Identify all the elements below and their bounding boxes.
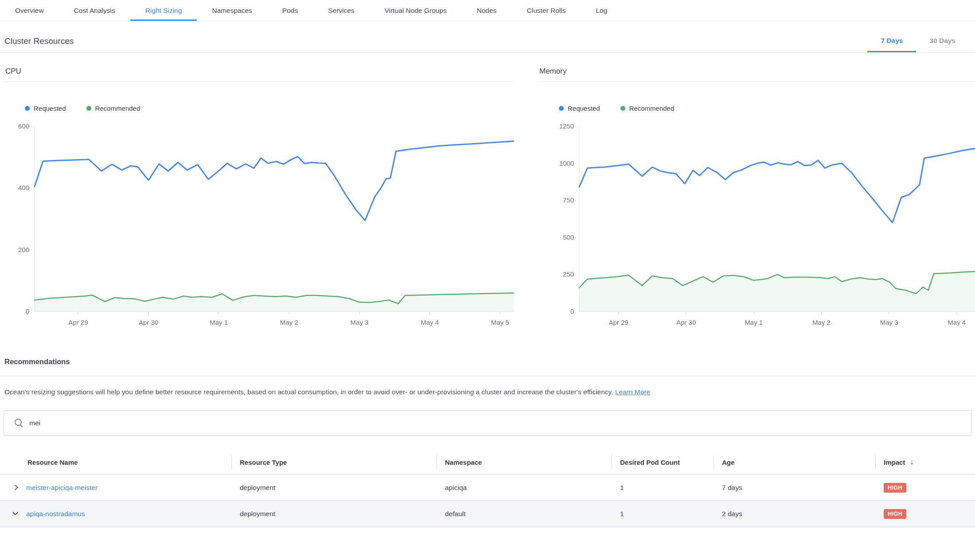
legend-item[interactable]: Requested	[559, 105, 600, 112]
nav-tab[interactable]: Virtual Node Groups	[370, 0, 462, 21]
svg-text:600: 600	[18, 122, 29, 130]
recommendations-description: Ocean's resizing suggestions will help y…	[4, 388, 971, 397]
nav-tab-label: Virtual Node Groups	[385, 7, 447, 14]
search-input[interactable]	[29, 419, 971, 427]
svg-text:May 1: May 1	[745, 319, 763, 326]
svg-text:200: 200	[18, 246, 29, 253]
column-header-resource-name[interactable]: Resource Name	[0, 451, 231, 474]
cluster-resources-header: Cluster Resources 7 Days 30 Days	[4, 36, 969, 52]
desired-pod-count-cell: 1	[612, 484, 714, 492]
cpu-line-chart[interactable]: 0200400600Apr 29Apr 30May 1May 2May 3May…	[4, 122, 514, 332]
nav-tab-label: Nodes	[477, 7, 497, 14]
time-range-option[interactable]: 30 Days	[916, 37, 969, 52]
svg-text:400: 400	[18, 184, 29, 191]
time-range-toggle: 7 Days 30 Days	[867, 37, 969, 52]
nav-tab-label: Log	[596, 7, 607, 14]
legend-dot-icon	[559, 106, 564, 111]
svg-text:Apr 30: Apr 30	[676, 319, 696, 326]
expand-chevron-icon[interactable]	[12, 510, 18, 516]
resource-type-cell: deployment	[231, 484, 437, 492]
nav-tab[interactable]: Overview	[0, 0, 59, 21]
desired-pod-count-cell: 1	[612, 510, 714, 518]
impact-cell: HIGH	[875, 509, 975, 519]
learn-more-link[interactable]: Learn More	[615, 388, 650, 396]
namespace-cell: apiciqa	[437, 484, 612, 492]
age-cell: 2 days	[714, 510, 875, 518]
nav-tab[interactable]: Pods	[267, 0, 313, 21]
legend-label: Recommended	[629, 105, 675, 112]
column-header-age[interactable]: Age	[714, 451, 875, 474]
column-header-resource-type[interactable]: Resource Type	[231, 451, 437, 474]
tab-bar: Overview Cost Analysis Right Sizing Name…	[0, 0, 975, 21]
nav-tab[interactable]: Cluster Rolls	[512, 0, 581, 21]
resource-name-cell: apiqa-nostradamus	[0, 510, 231, 518]
svg-text:May 3: May 3	[880, 319, 898, 326]
legend-item[interactable]: Requested	[25, 105, 66, 112]
nav-tab-label: Cost Analysis	[74, 7, 115, 14]
recommendations-table: Resource Name Resource Type Namespace De…	[0, 451, 975, 528]
svg-text:500: 500	[563, 233, 574, 241]
legend-item[interactable]: Recommended	[620, 105, 675, 112]
time-range-label: 7 Days	[881, 37, 903, 44]
time-range-label: 30 Days	[929, 37, 956, 44]
impact-badge: HIGH	[884, 509, 906, 519]
nav-tab[interactable]: Cost Analysis	[59, 0, 130, 21]
memory-chart-section: Memory RequestedRecommended 025050075010…	[538, 67, 975, 332]
expand-chevron-icon[interactable]	[12, 485, 18, 491]
resource-type-cell: deployment	[231, 510, 437, 518]
nav-tab-label: Namespaces	[212, 7, 252, 14]
header-divider	[0, 52, 975, 53]
column-header-impact[interactable]: Impact ↓	[875, 451, 975, 474]
nav-tab[interactable]: Right Sizing	[130, 0, 197, 21]
table-row: meister-apiciqa-meister deployment apici…	[0, 475, 975, 502]
svg-text:May 3: May 3	[351, 319, 369, 326]
nav-tab-label: Pods	[282, 7, 298, 14]
sort-desc-icon[interactable]: ↓	[910, 458, 913, 466]
svg-text:May 2: May 2	[280, 319, 298, 326]
table-header-row: Resource Name Resource Type Namespace De…	[0, 451, 975, 475]
nav-tab[interactable]: Log	[581, 0, 622, 21]
impact-cell: HIGH	[875, 483, 975, 493]
svg-text:1250: 1250	[559, 122, 574, 130]
svg-text:May 1: May 1	[210, 319, 228, 326]
legend-dot-icon	[86, 106, 91, 111]
column-header-namespace[interactable]: Namespace	[437, 451, 612, 474]
chart-legend: RequestedRecommended	[25, 104, 514, 112]
page-title: Cluster Resources	[4, 36, 74, 52]
chart-title: Memory	[538, 67, 975, 82]
column-header-desired-pod-count[interactable]: Desired Pod Count	[612, 451, 714, 474]
svg-text:0: 0	[570, 307, 574, 315]
legend-item[interactable]: Recommended	[86, 105, 140, 112]
resource-name-link[interactable]: apiqa-nostradamus	[26, 510, 85, 518]
nav-tab[interactable]: Namespaces	[197, 0, 267, 21]
svg-text:Apr 30: Apr 30	[139, 319, 158, 326]
legend-label: Recommended	[95, 105, 140, 112]
namespace-cell: default	[437, 510, 612, 518]
nav-tab[interactable]: Nodes	[462, 0, 512, 21]
resource-name-cell: meister-apiciqa-meister	[0, 484, 231, 492]
cpu-chart-section: CPU RequestedRecommended 0200400600Apr 2…	[4, 67, 514, 332]
svg-text:May 2: May 2	[812, 319, 831, 326]
chart-legend: RequestedRecommended	[559, 104, 975, 112]
impact-badge: HIGH	[884, 483, 906, 493]
svg-text:May 4: May 4	[948, 319, 966, 326]
svg-text:0: 0	[26, 307, 29, 315]
age-cell: 7 days	[714, 484, 875, 492]
memory-line-chart[interactable]: 025050075010001250Apr 29Apr 30May 1May 2…	[538, 122, 975, 332]
cluster-resources-charts: CPU RequestedRecommended 0200400600Apr 2…	[0, 67, 975, 332]
recommendations-title: Recommendations	[4, 358, 971, 376]
resource-name-link[interactable]: meister-apiciqa-meister	[26, 484, 98, 492]
search-box[interactable]	[4, 410, 971, 436]
svg-text:May 4: May 4	[421, 319, 439, 326]
svg-text:Apr 29: Apr 29	[68, 319, 88, 326]
svg-text:1000: 1000	[559, 159, 574, 167]
svg-text:750: 750	[563, 196, 574, 204]
chart-title: CPU	[4, 67, 514, 82]
nav-tab-label: Right Sizing	[145, 7, 182, 14]
legend-dot-icon	[25, 106, 30, 111]
nav-tab-label: Cluster Rolls	[527, 7, 566, 14]
recommendations-divider	[0, 376, 975, 376]
nav-tab-label: Services	[328, 7, 354, 14]
nav-tab[interactable]: Services	[313, 0, 369, 21]
time-range-option[interactable]: 7 Days	[867, 37, 916, 52]
